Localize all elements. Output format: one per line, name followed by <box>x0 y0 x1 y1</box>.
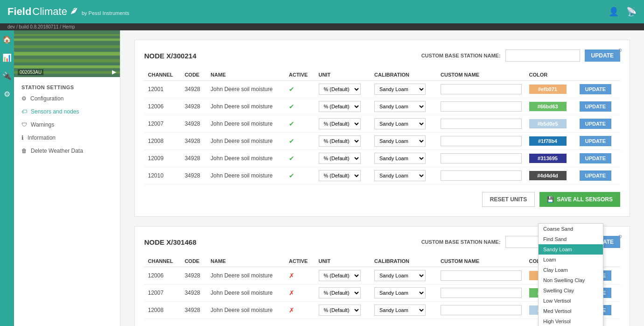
table-row: 12008 34928 John Deere soil moisture ✔ %… <box>144 133 620 150</box>
unit-select[interactable]: % (Default) <box>319 153 361 164</box>
dropdown-item-high-verisol[interactable]: High Verisol <box>539 316 603 326</box>
cell-calibration[interactable]: Sandy Loam <box>371 267 437 284</box>
cell-update[interactable]: UPDATE <box>576 98 620 115</box>
update-node-btn-1[interactable]: UPDATE <box>585 50 620 62</box>
cell-update[interactable]: UPDATE <box>576 167 620 184</box>
dropdown-item-coarse-sand[interactable]: Coarse Sand <box>539 224 603 234</box>
user-icon[interactable]: 👤 <box>609 7 619 17</box>
dropdown-item-clay-loam[interactable]: Clay Loam <box>539 265 603 275</box>
update-row-btn[interactable]: UPDATE <box>580 153 611 163</box>
custom-name-input[interactable] <box>441 153 521 163</box>
station-expand-icon[interactable]: ▶ <box>112 69 116 75</box>
cell-unit[interactable]: % (Default) <box>315 167 371 184</box>
custom-name-input[interactable] <box>441 288 521 298</box>
dropdown-item-low-vertisol[interactable]: Low Vertisol <box>539 296 603 306</box>
help-icon-2[interactable]: ? <box>618 234 622 242</box>
cell-unit[interactable]: % (Default) <box>315 267 371 284</box>
cell-update[interactable]: UPDATE <box>576 150 620 167</box>
cell-update[interactable]: UPDATE <box>576 81 620 98</box>
dropdown-item-med-vertisol[interactable]: Med Vertisol <box>539 306 603 316</box>
unit-select[interactable]: % (Default) <box>319 305 361 316</box>
cell-calibration[interactable]: Sandy Loam <box>371 167 437 184</box>
custom-name-input[interactable] <box>441 101 521 112</box>
calibration-dropdown[interactable]: Coarse Sand Find Sand Sandy Loam Loam Cl… <box>538 223 603 326</box>
node-title-2: NODE X/301468 <box>144 238 196 246</box>
calibration-select[interactable]: Sandy Loam <box>374 287 426 298</box>
sidebar-item-delete-weather[interactable]: 🗑 Delete Weather Data <box>14 144 120 157</box>
custom-name-input[interactable] <box>441 270 521 281</box>
cell-custom-name[interactable] <box>437 150 525 167</box>
signal-icon[interactable]: 📡 <box>626 7 637 17</box>
unit-select[interactable]: % (Default) <box>319 270 361 281</box>
update-row-btn[interactable]: UPDATE <box>580 170 611 181</box>
cell-custom-name[interactable] <box>437 133 525 150</box>
calibration-select[interactable]: Sandy Loam <box>374 270 426 281</box>
cell-unit[interactable]: % (Default) <box>315 98 371 115</box>
sidebar-item-warnings[interactable]: 🛡 Warnings <box>14 118 120 131</box>
cell-update[interactable]: UPDATE <box>576 115 620 133</box>
cell-calibration[interactable]: Sandy Loam <box>371 302 437 319</box>
cell-custom-name[interactable] <box>437 302 525 319</box>
cell-unit[interactable]: % (Default) <box>315 284 371 302</box>
cell-calibration[interactable]: Sandy Loam <box>371 81 437 98</box>
update-row-btn[interactable]: UPDATE <box>580 119 611 129</box>
cell-unit[interactable]: % (Default) <box>315 302 371 319</box>
cell-calibration[interactable]: Sandy Loam <box>371 98 437 115</box>
calibration-select[interactable]: Sandy Loam <box>374 305 426 316</box>
chart-icon[interactable]: 📊 <box>2 53 12 62</box>
unit-select[interactable]: % (Default) <box>319 287 361 298</box>
unit-select[interactable]: % (Default) <box>319 84 361 95</box>
help-icon-1[interactable]: ? <box>618 48 622 56</box>
dropdown-item-loam[interactable]: Loam <box>539 255 603 265</box>
calibration-select[interactable]: Sandy Loam <box>374 101 426 112</box>
custom-name-input[interactable] <box>441 136 521 146</box>
calibration-select[interactable]: Sandy Loam <box>374 170 426 181</box>
cell-custom-name[interactable] <box>437 267 525 284</box>
cell-unit[interactable]: % (Default) <box>315 133 371 150</box>
cell-update[interactable]: UPDATE <box>576 133 620 150</box>
unit-select[interactable]: % (Default) <box>319 135 361 147</box>
cell-custom-name[interactable] <box>437 115 525 133</box>
sidebar-item-configuration[interactable]: ⚙ Configuration <box>14 92 120 105</box>
cell-unit[interactable]: % (Default) <box>315 115 371 133</box>
save-all-sensors-btn-1[interactable]: 💾 SAVE ALL SENSORS <box>539 192 620 207</box>
cell-unit[interactable]: % (Default) <box>315 150 371 167</box>
dropdown-item-find-sand[interactable]: Find Sand <box>539 234 603 244</box>
cell-channel: 12007 <box>144 284 181 302</box>
dropdown-item-sandy-loam[interactable]: Sandy Loam <box>539 244 603 255</box>
settings-icon[interactable]: ⚙ <box>4 90 10 99</box>
dropdown-item-non-swelling-clay[interactable]: Non Swelling Clay <box>539 275 603 285</box>
cell-custom-name[interactable] <box>437 284 525 302</box>
sidebar-item-information[interactable]: ℹ Information <box>14 131 120 144</box>
unit-select[interactable]: % (Default) <box>319 118 361 129</box>
calibration-select[interactable]: Sandy Loam <box>374 153 426 164</box>
calibration-select[interactable]: Sandy Loam <box>374 118 426 129</box>
unit-select[interactable]: % (Default) <box>319 101 361 112</box>
home-icon[interactable]: 🏠 <box>2 35 12 44</box>
cell-calibration[interactable]: Sandy Loam <box>371 133 437 150</box>
cell-custom-name[interactable] <box>437 167 525 184</box>
custom-name-input[interactable] <box>441 119 521 129</box>
cell-custom-name[interactable] <box>437 81 525 98</box>
cell-calibration[interactable]: Sandy Loam <box>371 115 437 133</box>
calibration-select[interactable]: Sandy Loam <box>374 84 426 95</box>
custom-name-input[interactable] <box>441 84 521 94</box>
sensor-icon[interactable]: 🔌 <box>2 71 12 80</box>
update-row-btn[interactable]: UPDATE <box>580 84 611 94</box>
update-row-btn[interactable]: UPDATE <box>580 101 611 112</box>
sidebar-item-sensors-and-nodes[interactable]: 🏷 Sensors and nodes <box>14 105 120 118</box>
cell-calibration[interactable]: Sandy Loam <box>371 284 437 302</box>
custom-name-input[interactable] <box>441 305 521 315</box>
custom-name-input[interactable] <box>441 170 521 181</box>
dropdown-item-swelling-clay[interactable]: Swelling Clay <box>539 285 603 296</box>
reset-units-btn-1[interactable]: RESET UNITS <box>482 192 535 207</box>
shield-icon: 🛡 <box>21 121 27 128</box>
cell-name: John Deere soil moisture <box>207 81 285 98</box>
calibration-select[interactable]: Sandy Loam <box>374 135 426 147</box>
unit-select[interactable]: % (Default) <box>319 170 361 181</box>
custom-base-input-1[interactable] <box>505 50 580 62</box>
cell-custom-name[interactable] <box>437 98 525 115</box>
update-row-btn[interactable]: UPDATE <box>580 136 611 146</box>
cell-calibration[interactable]: Sandy Loam <box>371 150 437 167</box>
cell-unit[interactable]: % (Default) <box>315 81 371 98</box>
